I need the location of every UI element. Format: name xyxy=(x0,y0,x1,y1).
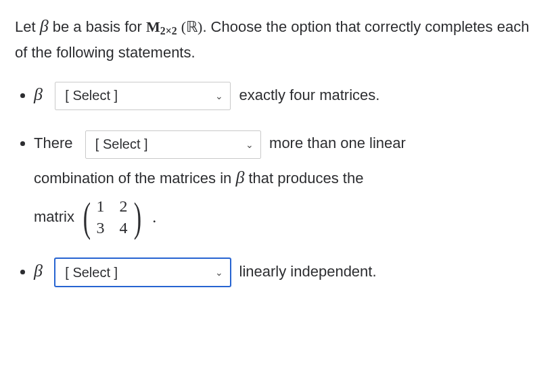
matrix-cell: 2 xyxy=(120,198,128,214)
paren-open: ( xyxy=(181,18,186,35)
bullet-item-1: β [ Select ] ⌄ exactly four matrices. xyxy=(34,76,541,114)
bullet2-suffix1: more than one linear xyxy=(269,134,406,151)
intro-text: be a basis for xyxy=(53,18,146,35)
bullet-list: β [ Select ] ⌄ exactly four matrices. Th… xyxy=(15,76,541,290)
bullet2-lead: There xyxy=(34,134,72,151)
matrix-2x2: ( 1 2 3 4 ) xyxy=(80,196,144,238)
select-placeholder: [ Select ] xyxy=(65,265,118,280)
matrix-paren-left: ( xyxy=(83,196,91,238)
bullet1-suffix: exactly four matrices. xyxy=(239,87,380,103)
matrix-cell: 4 xyxy=(120,220,128,236)
bullet2-matrix-prefix: matrix xyxy=(34,201,74,232)
matrix-cell: 1 xyxy=(97,198,105,214)
select-placeholder: [ Select ] xyxy=(95,137,148,152)
bullet2-line2b: that produces the xyxy=(244,170,363,187)
matrix-space-M: M xyxy=(146,18,160,35)
matrix-cell: 3 xyxy=(97,220,105,236)
chevron-down-icon: ⌄ xyxy=(246,139,254,150)
beta-symbol: β xyxy=(34,261,43,280)
beta-symbol: β xyxy=(40,16,49,36)
bullet2-matrix-row: matrix ( 1 2 3 4 ) . xyxy=(34,196,541,238)
period: . xyxy=(152,200,156,234)
beta-symbol: β xyxy=(34,84,43,104)
beta-symbol: β xyxy=(235,168,244,187)
bullet3-suffix: linearly independent. xyxy=(239,263,377,280)
matrix-space-dims: 2×2 xyxy=(160,25,177,36)
intro-text: Let xyxy=(15,18,40,35)
select-placeholder: [ Select ] xyxy=(65,88,118,103)
select-dropdown-3[interactable]: [ Select ] ⌄ xyxy=(55,258,231,287)
matrix-paren-right: ) xyxy=(133,196,141,238)
bullet-item-2: There [ Select ] ⌄ more than one linear … xyxy=(34,128,541,238)
select-dropdown-1[interactable]: [ Select ] ⌄ xyxy=(55,82,231,110)
bullet-item-3: β [ Select ] ⌄ linearly independent. xyxy=(34,253,541,290)
chevron-down-icon: ⌄ xyxy=(215,267,223,278)
real-symbol: ℝ xyxy=(186,18,198,35)
chevron-down-icon: ⌄ xyxy=(215,91,223,101)
bullet2-line2a: combination of the matrices in xyxy=(34,170,235,187)
select-dropdown-2[interactable]: [ Select ] ⌄ xyxy=(85,130,261,159)
question-intro: Let β be a basis for M2×2 (ℝ). Choose th… xyxy=(15,12,541,64)
